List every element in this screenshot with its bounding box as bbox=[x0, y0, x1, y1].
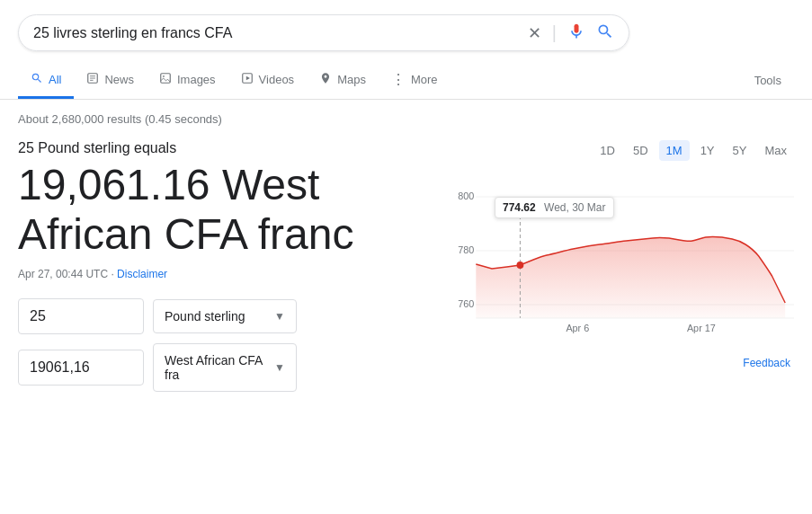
results-container: About 2,680,000 results (0.45 seconds) bbox=[0, 100, 812, 140]
feedback-link[interactable]: Feedback bbox=[441, 357, 794, 369]
to-currency-label: West African CFA fra bbox=[165, 353, 269, 382]
converter-row-to: West African CFA fra ▼ bbox=[18, 343, 414, 392]
conversion-date-text: Apr 27, 00:44 UTC bbox=[18, 268, 108, 280]
search-bar: 25 livres sterling en francs CFA ✕ | bbox=[18, 14, 629, 51]
results-count: About 2,680,000 results (0.45 seconds) bbox=[18, 107, 794, 140]
disclaimer-link[interactable]: Disclaimer bbox=[117, 268, 167, 280]
svg-text:Apr 17: Apr 17 bbox=[687, 323, 716, 333]
conversion-result: 19,061.16 West African CFA franc bbox=[18, 160, 414, 259]
tab-videos[interactable]: Videos bbox=[228, 63, 308, 99]
news-tab-icon bbox=[86, 72, 99, 87]
tab-videos-label: Videos bbox=[259, 73, 295, 86]
conversion-label: 25 Pound sterling equals bbox=[18, 140, 414, 156]
all-tab-icon bbox=[31, 72, 43, 87]
search-query-text: 25 livres sterling en francs CFA bbox=[33, 25, 528, 41]
more-tab-icon: ⋮ bbox=[391, 71, 406, 88]
from-currency-label: Pound sterling bbox=[165, 309, 245, 323]
svg-rect-4 bbox=[161, 74, 171, 84]
chart-tab-5d[interactable]: 5D bbox=[626, 140, 656, 161]
tab-images-label: Images bbox=[177, 73, 216, 86]
chart-tab-5y[interactable]: 5Y bbox=[726, 140, 754, 161]
tooltip-date: Wed, 30 Mar bbox=[544, 201, 605, 214]
converter-row-from: Pound sterling ▼ bbox=[18, 298, 414, 334]
svg-text:Apr 6: Apr 6 bbox=[566, 323, 589, 333]
chart-tooltip: 774.62 Wed, 30 Mar bbox=[495, 197, 614, 218]
tools-button[interactable]: Tools bbox=[742, 65, 794, 96]
nav-tabs: All News Images Videos Maps ⋮ More Tools bbox=[0, 62, 812, 100]
svg-marker-7 bbox=[245, 76, 249, 81]
tab-images[interactable]: Images bbox=[147, 63, 228, 99]
search-bar-icons: ✕ | bbox=[528, 22, 614, 43]
from-currency-chevron: ▼ bbox=[274, 310, 285, 323]
left-panel: 25 Pound sterling equals 19,061.16 West … bbox=[18, 140, 414, 401]
chart-svg: 800 780 760 Apr 6 Apr 17 bbox=[441, 170, 794, 350]
chart-tab-1y[interactable]: 1Y bbox=[693, 140, 722, 161]
svg-text:780: 780 bbox=[458, 244, 474, 255]
svg-text:760: 760 bbox=[458, 298, 474, 309]
tab-more-label: More bbox=[411, 73, 438, 86]
conversion-date: Apr 27, 00:44 UTC · Disclaimer bbox=[18, 268, 414, 280]
result-input[interactable] bbox=[18, 350, 144, 386]
amount-input[interactable] bbox=[18, 298, 144, 334]
tab-all-label: All bbox=[49, 73, 61, 86]
chart-tab-1d[interactable]: 1D bbox=[593, 140, 622, 161]
svg-point-15 bbox=[516, 261, 523, 269]
to-currency-select[interactable]: West African CFA fra ▼ bbox=[153, 343, 297, 392]
chart-tabs: 1D 5D 1M 1Y 5Y Max bbox=[441, 140, 794, 161]
svg-point-5 bbox=[163, 75, 165, 77]
conversion-result-text: 19,061.16 West African CFA franc bbox=[18, 161, 353, 258]
tab-maps-label: Maps bbox=[337, 73, 366, 86]
search-submit-icon[interactable] bbox=[596, 22, 614, 43]
to-currency-chevron: ▼ bbox=[274, 361, 285, 374]
tab-maps[interactable]: Maps bbox=[307, 63, 379, 99]
svg-text:800: 800 bbox=[458, 191, 474, 201]
divider: | bbox=[552, 22, 557, 43]
chart-wrapper: 800 780 760 Apr 6 Apr 17 bbox=[441, 170, 794, 350]
right-panel: 1D 5D 1M 1Y 5Y Max bbox=[441, 140, 794, 401]
main-content: 25 Pound sterling equals 19,061.16 West … bbox=[0, 140, 812, 401]
tab-news-label: News bbox=[104, 73, 134, 86]
tab-more[interactable]: ⋮ More bbox=[379, 62, 451, 100]
from-currency-select[interactable]: Pound sterling ▼ bbox=[153, 299, 297, 333]
chart-tab-max[interactable]: Max bbox=[757, 140, 794, 161]
videos-tab-icon bbox=[241, 72, 254, 87]
tooltip-value: 774.62 bbox=[503, 201, 536, 214]
close-icon[interactable]: ✕ bbox=[528, 23, 541, 43]
maps-tab-icon bbox=[319, 72, 332, 87]
search-bar-container: 25 livres sterling en francs CFA ✕ | bbox=[0, 0, 812, 62]
tab-news[interactable]: News bbox=[74, 63, 147, 99]
images-tab-icon bbox=[159, 72, 172, 87]
tab-all[interactable]: All bbox=[18, 63, 74, 99]
mic-icon[interactable] bbox=[567, 22, 585, 43]
chart-tab-1m[interactable]: 1M bbox=[659, 140, 690, 161]
